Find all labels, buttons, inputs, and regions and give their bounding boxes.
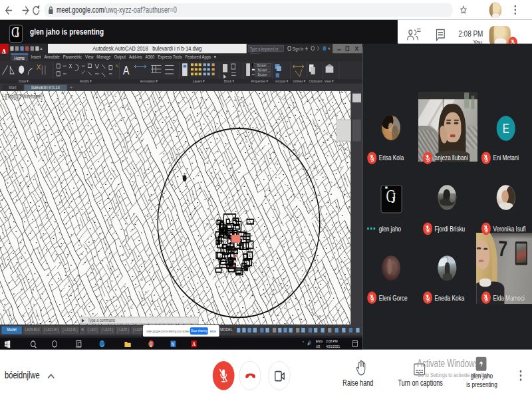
svg-text:ByLayer: ByLayer [258, 68, 267, 72]
svg-text:N: N [172, 341, 174, 346]
svg-text:Sign In: Sign In [293, 46, 304, 51]
svg-text:✎: ✎ [116, 63, 118, 68]
svg-text:11: 11 [417, 27, 421, 33]
svg-text:A: A [192, 340, 196, 347]
svg-text:ByLayer: ByLayer [257, 63, 267, 67]
svg-text:ByLayer: ByLayer [258, 73, 267, 77]
svg-text:A: A [123, 64, 129, 78]
